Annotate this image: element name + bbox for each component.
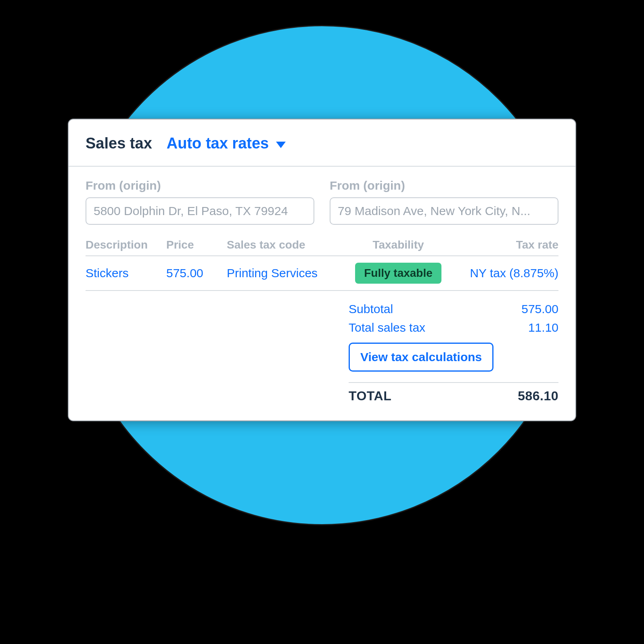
col-price: Price bbox=[166, 238, 227, 251]
table-header-row: Description Price Sales tax code Taxabil… bbox=[86, 238, 558, 256]
view-tax-calculations-button[interactable]: View tax calculations bbox=[349, 343, 493, 372]
taxability-badge: Fully taxable bbox=[355, 263, 441, 284]
cell-description[interactable]: Stickers bbox=[86, 266, 166, 280]
grand-total-value: 586.10 bbox=[518, 389, 558, 404]
totals-block: Subtotal 575.00 Total sales tax 11.10 Vi… bbox=[349, 300, 558, 404]
origin-right-label: From (origin) bbox=[330, 179, 558, 192]
subtotal-value: 575.00 bbox=[521, 302, 558, 316]
total-tax-value: 11.10 bbox=[528, 321, 558, 335]
origin-right-input[interactable] bbox=[330, 197, 558, 225]
grand-total-label: TOTAL bbox=[349, 389, 391, 404]
totals-divider bbox=[349, 382, 558, 383]
line-items-table: Description Price Sales tax code Taxabil… bbox=[86, 238, 558, 291]
cell-rate[interactable]: NY tax (8.875%) bbox=[449, 266, 558, 280]
col-rate: Tax rate bbox=[449, 238, 558, 251]
col-taxability: Taxability bbox=[348, 238, 449, 251]
table-row: Stickers 575.00 Printing Services Fully … bbox=[86, 256, 558, 291]
caret-down-icon bbox=[276, 142, 286, 148]
dropdown-label: Auto tax rates bbox=[167, 135, 269, 152]
panel-header: Sales tax Auto tax rates bbox=[69, 119, 575, 167]
col-code: Sales tax code bbox=[227, 238, 348, 251]
total-tax-label: Total sales tax bbox=[349, 321, 425, 335]
cell-taxability: Fully taxable bbox=[348, 263, 449, 284]
col-description: Description bbox=[86, 238, 166, 251]
sales-tax-panel: Sales tax Auto tax rates From (origin) F… bbox=[68, 119, 576, 421]
cell-price[interactable]: 575.00 bbox=[166, 266, 227, 280]
cell-code[interactable]: Printing Services bbox=[227, 266, 348, 280]
subtotal-label: Subtotal bbox=[349, 302, 393, 316]
panel-title: Sales tax bbox=[86, 135, 152, 152]
origin-left-label: From (origin) bbox=[86, 179, 314, 192]
tax-rate-dropdown[interactable]: Auto tax rates bbox=[167, 135, 286, 152]
origin-left-input[interactable] bbox=[86, 197, 314, 225]
